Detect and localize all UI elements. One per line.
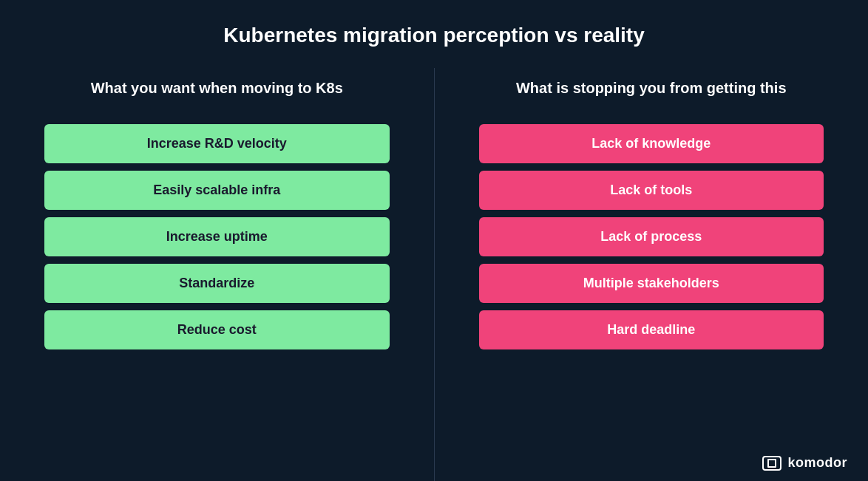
list-item: Lack of process [479,217,824,256]
column-divider [434,68,435,481]
list-item: Lack of knowledge [479,124,824,163]
komodor-logo-icon [762,456,781,471]
list-item: Hard deadline [479,310,824,349]
right-column: What is stopping you from getting this L… [479,68,824,481]
page-title: Kubernetes migration perception vs reali… [223,24,645,47]
right-column-header: What is stopping you from getting this [516,68,787,108]
left-items-list: Increase R&D velocity Easily scalable in… [44,124,390,349]
logo-area: komodor [762,455,847,471]
list-item: Increase R&D velocity [44,124,390,163]
list-item: Easily scalable infra [44,171,390,210]
left-column: What you want when moving to K8s Increas… [44,68,390,481]
komodor-logo-text: komodor [787,455,847,471]
list-item: Multiple stakeholders [479,264,824,303]
left-column-header: What you want when moving to K8s [91,68,343,108]
list-item: Increase uptime [44,217,390,256]
list-item: Reduce cost [44,310,390,349]
list-item: Standardize [44,264,390,303]
right-items-list: Lack of knowledge Lack of tools Lack of … [479,124,824,349]
list-item: Lack of tools [479,171,824,210]
columns-wrapper: What you want when moving to K8s Increas… [0,68,868,481]
